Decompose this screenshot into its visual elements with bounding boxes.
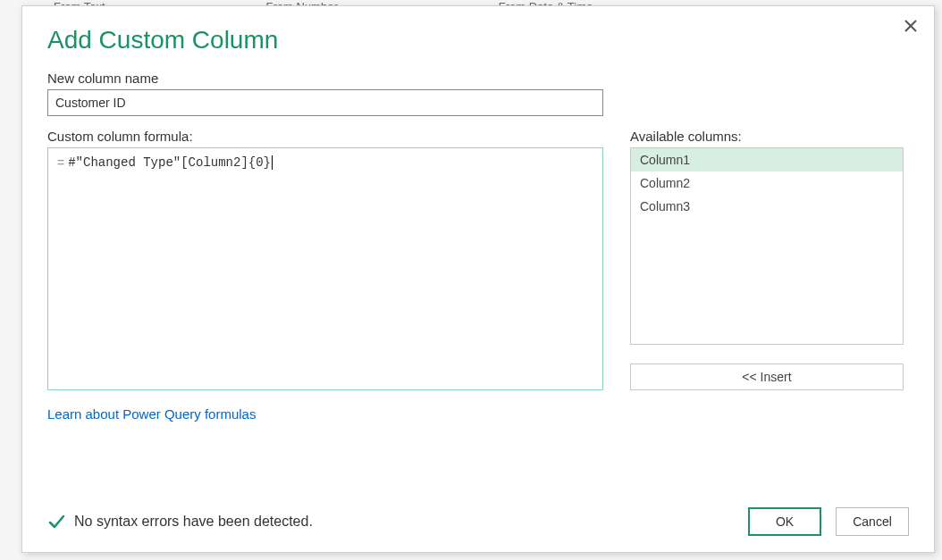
dialog-footer: No syntax errors have been detected. OK … bbox=[47, 491, 909, 536]
add-custom-column-dialog: Add Custom Column New column name Custom… bbox=[21, 5, 935, 553]
status-text: No syntax errors have been detected. bbox=[74, 514, 313, 530]
list-item[interactable]: Column3 bbox=[631, 195, 903, 218]
close-icon[interactable] bbox=[902, 17, 920, 35]
new-column-name-label: New column name bbox=[47, 71, 909, 86]
text-caret bbox=[272, 155, 273, 170]
list-item[interactable]: Column2 bbox=[631, 171, 903, 195]
status-row: No syntax errors have been detected. bbox=[47, 513, 313, 531]
learn-link[interactable]: Learn about Power Query formulas bbox=[47, 406, 256, 422]
available-columns-list[interactable]: Column1 Column2 Column3 bbox=[630, 147, 904, 345]
formula-prefix: = bbox=[57, 155, 64, 170]
cancel-button[interactable]: Cancel bbox=[836, 507, 909, 536]
main-row: Custom column formula: = #"Changed Type"… bbox=[47, 129, 909, 390]
formula-label: Custom column formula: bbox=[47, 129, 603, 144]
columns-column: Available columns: Column1 Column2 Colum… bbox=[630, 129, 909, 390]
footer-buttons: OK Cancel bbox=[748, 507, 909, 536]
list-item[interactable]: Column1 bbox=[631, 148, 903, 171]
available-columns-label: Available columns: bbox=[630, 129, 909, 144]
checkmark-icon bbox=[47, 513, 65, 531]
ok-button[interactable]: OK bbox=[748, 507, 821, 536]
formula-text: #"Changed Type"[Column2]{0} bbox=[68, 155, 271, 170]
formula-input[interactable]: = #"Changed Type"[Column2]{0} bbox=[47, 147, 603, 390]
dialog-title: Add Custom Column bbox=[47, 26, 909, 54]
new-column-name-input[interactable] bbox=[47, 89, 603, 116]
insert-button[interactable]: << Insert bbox=[630, 364, 904, 390]
formula-column: Custom column formula: = #"Changed Type"… bbox=[47, 129, 603, 390]
dialog-content: Add Custom Column New column name Custom… bbox=[22, 6, 934, 552]
